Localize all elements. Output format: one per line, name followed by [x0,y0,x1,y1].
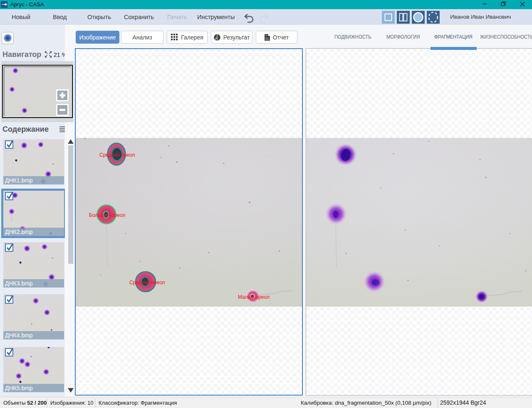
svg-text:Средний ореол: Средний ореол [99,152,135,158]
svg-text:Большой ореол: Большой ореол [89,212,125,218]
svg-text:Малый ореол: Малый ореол [238,294,270,300]
svg-text:Средний ореол: Средний ореол [129,280,165,285]
